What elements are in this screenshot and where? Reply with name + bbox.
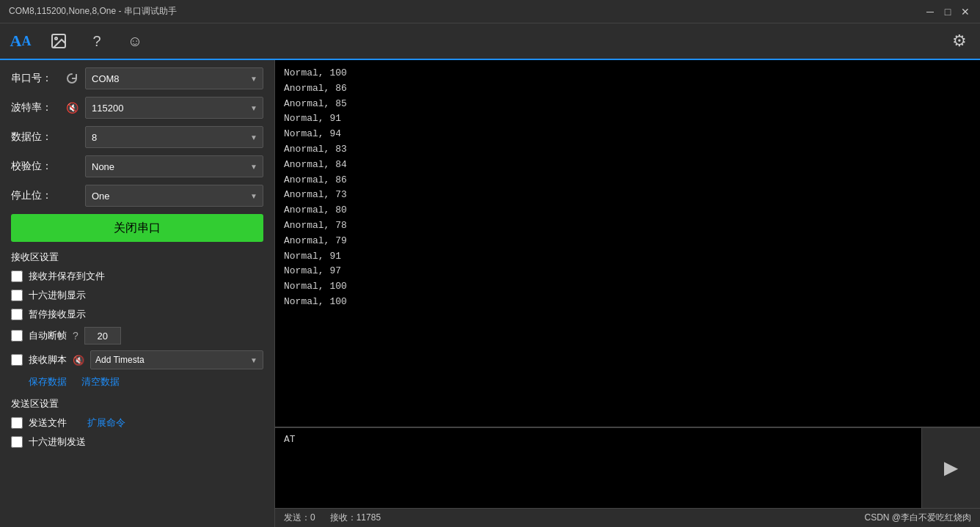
help-icon[interactable]: ?	[85, 29, 109, 53]
receive-line: Anormal, 86	[284, 173, 971, 188]
receive-line: Normal, 100	[284, 279, 971, 295]
stop-bits-select-wrapper: One Two ▼	[85, 185, 263, 207]
send-file-label: 发送文件	[29, 416, 67, 430]
script-select[interactable]: Add Timesta	[90, 350, 263, 369]
auto-frame-checkbox[interactable]	[11, 330, 23, 342]
receive-script-row: 接收脚本 🔇 Add Timesta ▼	[11, 350, 263, 369]
send-count: 发送：0	[284, 512, 330, 524]
baud-rate-label: 波特率：	[11, 101, 59, 114]
receive-label: 接收：	[330, 512, 356, 523]
gear-icon[interactable]: ⚙	[948, 29, 971, 53]
expand-cmd-button[interactable]: 扩展命令	[87, 416, 125, 430]
minimize-button[interactable]: ─	[924, 6, 936, 18]
pause-receive-label: 暂停接收显示	[29, 308, 86, 321]
save-to-file-checkbox[interactable]	[11, 270, 23, 282]
send-textarea[interactable]: AT	[275, 428, 921, 508]
close-button[interactable]: ✕	[959, 6, 971, 18]
refresh-icon[interactable]	[65, 71, 79, 86]
status-bar: 发送：0 接收：11785 CSDN @李白不爱吃红烧肉	[275, 508, 980, 527]
save-data-button[interactable]: 保存数据	[29, 375, 67, 388]
maximize-button[interactable]: □	[942, 6, 954, 18]
receive-line: Anormal, 86	[284, 81, 971, 97]
receive-line: Anormal, 85	[284, 97, 971, 112]
serial-port-select-wrapper: COM8 ▼	[85, 67, 263, 89]
hex-display-label: 十六进制显示	[29, 289, 86, 302]
auto-frame-help-icon[interactable]: ?	[73, 330, 78, 342]
hex-display-row: 十六进制显示	[11, 289, 263, 302]
baud-rate-select[interactable]: 115200 9600 57600	[85, 97, 263, 119]
parity-label: 校验位：	[11, 160, 59, 173]
toolbar: AA ? ☺ ⚙	[0, 23, 980, 60]
stop-bits-row: 停止位： One Two ▼	[11, 185, 263, 207]
receive-line: Normal, 100	[284, 295, 971, 310]
parity-select-wrapper: None Even Odd ▼	[85, 155, 263, 177]
clear-data-button[interactable]: 清空数据	[81, 375, 120, 388]
send-file-row: 发送文件 扩展命令	[11, 416, 263, 430]
stop-bits-select[interactable]: One Two	[85, 185, 263, 207]
script-mic-icon: 🔇	[73, 355, 84, 366]
title-bar-text: COM8,115200,None,8,One - 串口调试助手	[9, 5, 177, 18]
save-to-file-row: 接收并保存到文件	[11, 270, 263, 283]
receive-line: Anormal, 78	[284, 218, 971, 234]
receive-line: Anormal, 83	[284, 142, 971, 158]
data-bits-spacer	[65, 130, 79, 144]
auto-frame-label: 自动断帧	[29, 329, 67, 342]
receive-line: Anormal, 73	[284, 188, 971, 203]
parity-row: 校验位： None Even Odd ▼	[11, 155, 263, 177]
data-bits-label: 数据位：	[11, 130, 59, 144]
data-buttons-row: 保存数据 清空数据	[29, 375, 263, 388]
hex-send-label: 十六进制发送	[29, 435, 86, 449]
receive-script-checkbox[interactable]	[11, 354, 23, 366]
parity-spacer	[65, 159, 79, 174]
receive-line: Anormal, 79	[284, 234, 971, 249]
font-icon[interactable]: AA	[9, 29, 32, 53]
baud-rate-row: 波特率： 🔇 115200 9600 57600 ▼	[11, 97, 263, 119]
image-icon[interactable]	[47, 29, 70, 53]
receive-line: Normal, 97	[284, 264, 971, 279]
baud-rate-select-wrapper: 115200 9600 57600 ▼	[85, 97, 263, 119]
serial-port-label: 串口号：	[11, 72, 59, 85]
parity-select[interactable]: None Even Odd	[85, 155, 263, 177]
title-bar-controls: ─ □ ✕	[924, 6, 971, 18]
pause-receive-row: 暂停接收显示	[11, 308, 263, 321]
send-value: 0	[310, 512, 315, 523]
main-content: 串口号： COM8 ▼ 波特率： 🔇 115200 9600	[0, 60, 980, 527]
title-bar: COM8,115200,None,8,One - 串口调试助手 ─ □ ✕	[0, 0, 980, 23]
receive-settings-title: 接收区设置	[11, 251, 263, 264]
svg-point-1	[55, 37, 57, 40]
send-button[interactable]: ►	[921, 428, 980, 508]
send-arrow-icon: ►	[940, 454, 963, 482]
receive-script-label: 接收脚本	[29, 353, 67, 366]
save-to-file-label: 接收并保存到文件	[29, 270, 105, 283]
receive-line: Normal, 91	[284, 249, 971, 265]
data-bits-select[interactable]: 8 7	[85, 126, 263, 148]
receive-value: 11785	[356, 512, 381, 523]
serial-port-row: 串口号： COM8 ▼	[11, 67, 263, 89]
send-area-container: AT ►	[275, 427, 980, 508]
hex-send-checkbox[interactable]	[11, 436, 23, 448]
hex-display-checkbox[interactable]	[11, 290, 23, 301]
close-serial-button[interactable]: 关闭串口	[11, 214, 263, 242]
script-select-wrapper: Add Timesta ▼	[90, 350, 263, 369]
data-bits-row: 数据位： 8 7 ▼	[11, 126, 263, 148]
send-file-checkbox[interactable]	[11, 417, 23, 429]
data-bits-select-wrapper: 8 7 ▼	[85, 126, 263, 148]
receive-line: Normal, 94	[284, 127, 971, 142]
copyright: CSDN @李白不爱吃红烧肉	[864, 512, 971, 524]
send-label: 发送：	[284, 512, 310, 523]
receive-area[interactable]: Normal, 100Anormal, 86Anormal, 85Normal,…	[275, 60, 980, 427]
auto-frame-input[interactable]: 20	[84, 327, 121, 344]
serial-port-select[interactable]: COM8	[85, 67, 263, 89]
receive-line: Anormal, 84	[284, 158, 971, 173]
stop-bits-label: 停止位：	[11, 189, 59, 202]
auto-frame-row: 自动断帧 ? 20	[11, 327, 263, 344]
receive-line: Anormal, 80	[284, 203, 971, 218]
receive-count: 接收：11785	[330, 512, 395, 524]
receive-line: Normal, 91	[284, 111, 971, 127]
left-panel: 串口号： COM8 ▼ 波特率： 🔇 115200 9600	[0, 60, 275, 527]
receive-line: Normal, 100	[284, 66, 971, 81]
mute-icon: 🔇	[65, 100, 79, 115]
pause-receive-checkbox[interactable]	[11, 309, 23, 320]
stop-bits-spacer	[65, 188, 79, 203]
emoji-icon[interactable]: ☺	[123, 29, 147, 53]
